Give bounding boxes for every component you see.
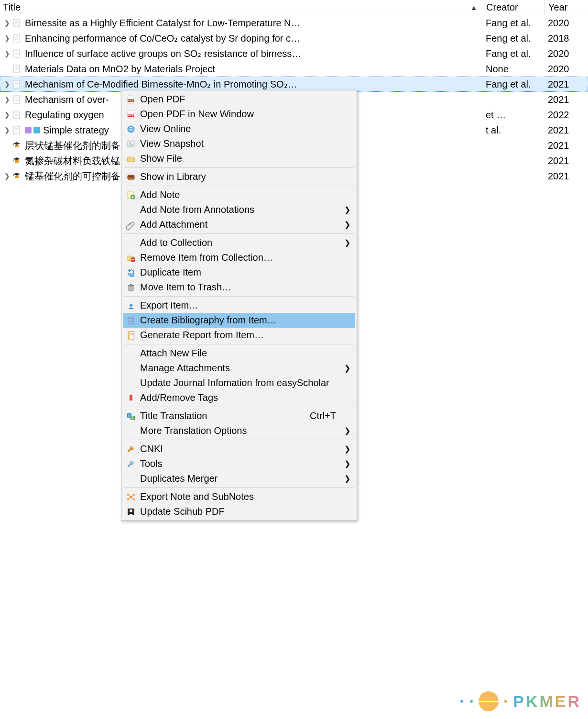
item-row[interactable]: ❯ Birnessite as a Highly Efficient Catal…	[0, 15, 588, 31]
menu-item[interactable]: Update Journal Infomation from easySchol…	[123, 376, 355, 390]
menu-item[interactable]: A字 Title Translation Ctrl+T	[123, 409, 355, 423]
menu-item[interactable]: PDF Open PDF in New Window	[123, 107, 355, 122]
item-title: Materials Data on MnO2 by Materials Proj…	[25, 64, 215, 75]
drawer-icon	[125, 172, 137, 182]
menu-item[interactable]: Export Item…	[123, 298, 355, 313]
doc-icon	[11, 64, 22, 74]
expand-twisty-icon[interactable]: ❯	[3, 80, 11, 88]
watermark: PKMER	[459, 691, 581, 711]
trash-icon	[125, 283, 137, 292]
menu-item[interactable]: Duplicate Item	[123, 265, 355, 280]
menu-item-label: Add Note	[140, 189, 343, 200]
svg-rect-24	[13, 111, 20, 119]
item-title: Influence of surface active groups on SO…	[25, 48, 301, 59]
svg-rect-8	[13, 50, 20, 57]
menu-item[interactable]: Duplicates Merger ❯	[123, 471, 355, 486]
globe-icon	[125, 124, 137, 134]
menu-item[interactable]: View Online	[123, 122, 355, 136]
sort-ascending-icon: ▲	[470, 4, 477, 11]
item-row[interactable]: ❯ Enhancing performance of Co/CeO₂ catal…	[0, 31, 588, 46]
doc-icon	[11, 79, 22, 89]
column-creator[interactable]: Creator	[482, 0, 544, 15]
item-year: 2020	[544, 64, 588, 75]
item-year: 2021	[544, 140, 588, 151]
menu-item-label: Duplicates Merger	[140, 473, 343, 484]
svg-rect-54	[128, 317, 134, 324]
menu-item[interactable]: Tools ❯	[123, 456, 355, 471]
column-year[interactable]: Year	[544, 0, 588, 15]
item-creator: Fang et al.	[482, 79, 544, 90]
menu-item-label: Update Scihub PDF	[140, 506, 343, 517]
menu-item[interactable]: CNKI ❯	[123, 442, 355, 456]
menu-item[interactable]: Add Note	[123, 188, 355, 202]
menu-item[interactable]: Generate Report from Item…	[123, 328, 355, 343]
column-title[interactable]: Title ▲	[0, 2, 482, 13]
expand-twisty-icon[interactable]: ❯	[3, 50, 11, 57]
column-year-label: Year	[548, 2, 567, 13]
watermark-text: PKMER	[513, 692, 581, 711]
menu-item[interactable]: Add Note from Annotations ❯	[123, 202, 355, 217]
expand-twisty-icon[interactable]: ❯	[3, 172, 11, 180]
menu-item[interactable]: Add/Remove Tags	[123, 390, 355, 405]
pdf-icon: PDF	[125, 110, 137, 119]
item-creator: t al.	[482, 125, 544, 136]
column-header[interactable]: Title ▲ Creator Year	[0, 0, 588, 15]
menu-item[interactable]: Add to Collection ❯	[123, 235, 355, 250]
submenu-arrow-icon: ❯	[343, 459, 350, 468]
menu-item[interactable]: Create Bibliography from Item…	[123, 313, 355, 328]
menu-item[interactable]: Add Attachment ❯	[123, 217, 355, 232]
scihub-icon	[125, 507, 137, 517]
menu-item-label: Manage Attachments	[140, 363, 343, 374]
expand-twisty-icon[interactable]: ❯	[3, 19, 11, 27]
menu-item[interactable]: Export Note and SubNotes	[123, 489, 355, 504]
submenu-arrow-icon: ❯	[343, 426, 350, 435]
pdf-icon: PDF	[125, 95, 137, 104]
menu-item-label: Add to Collection	[140, 237, 343, 248]
menu-item[interactable]: PDF Open PDF	[123, 92, 355, 107]
item-year: 2022	[544, 110, 588, 121]
item-creator: Feng et al.	[482, 33, 544, 44]
svg-rect-51	[129, 286, 133, 291]
item-title: 锰基催化剂的可控制备	[25, 170, 120, 183]
expand-twisty-icon[interactable]: ❯	[3, 96, 11, 103]
expand-twisty-icon[interactable]: ❯	[3, 111, 11, 119]
svg-text:字: 字	[131, 416, 134, 420]
item-row[interactable]: ❯ Influence of surface active groups on …	[0, 46, 588, 61]
menu-separator	[124, 440, 354, 440]
item-year: 2020	[544, 18, 588, 29]
wrench-icon	[125, 444, 137, 454]
menu-item[interactable]: Manage Attachments ❯	[123, 361, 355, 376]
menu-item[interactable]: Move Item to Trash…	[123, 280, 355, 295]
menu-item-label: Show in Library	[140, 171, 343, 182]
menu-item[interactable]: Remove Item from Collection…	[123, 250, 355, 265]
menu-item[interactable]: Attach New File	[123, 346, 355, 361]
menu-item-label: Title Translation	[140, 410, 310, 421]
menu-item[interactable]: View Snapshot	[123, 136, 355, 151]
menu-item[interactable]: More Translation Options ❯	[123, 423, 355, 438]
menu-item-label: Move Item to Trash…	[140, 282, 343, 293]
menu-separator	[124, 233, 354, 234]
menu-item-label: More Translation Options	[140, 425, 343, 436]
doc-icon	[11, 110, 22, 120]
svg-rect-34	[15, 176, 19, 178]
svg-rect-32	[15, 145, 19, 147]
menu-item[interactable]: Show in Library	[123, 169, 355, 184]
submenu-arrow-icon: ❯	[343, 364, 350, 373]
svg-rect-4	[13, 34, 20, 42]
snap-icon	[125, 139, 137, 149]
biblio-icon	[125, 316, 137, 325]
menu-item-label: Duplicate Item	[140, 267, 343, 278]
expand-twisty-icon[interactable]: ❯	[3, 34, 11, 42]
submenu-arrow-icon: ❯	[343, 220, 350, 229]
thesis-icon	[11, 171, 22, 181]
menu-item-label: CNKI	[140, 443, 343, 454]
network-icon	[125, 492, 137, 502]
item-row[interactable]: ❯ Materials Data on MnO2 by Materials Pr…	[0, 61, 588, 77]
submenu-arrow-icon: ❯	[343, 238, 350, 247]
svg-text:PDF: PDF	[128, 114, 134, 117]
color-tag	[33, 127, 40, 133]
expand-twisty-icon[interactable]: ❯	[3, 126, 11, 134]
menu-item[interactable]: Update Scihub PDF	[123, 504, 355, 519]
menu-item[interactable]: Show File	[123, 151, 355, 166]
item-creator: Fang et al.	[482, 18, 544, 29]
